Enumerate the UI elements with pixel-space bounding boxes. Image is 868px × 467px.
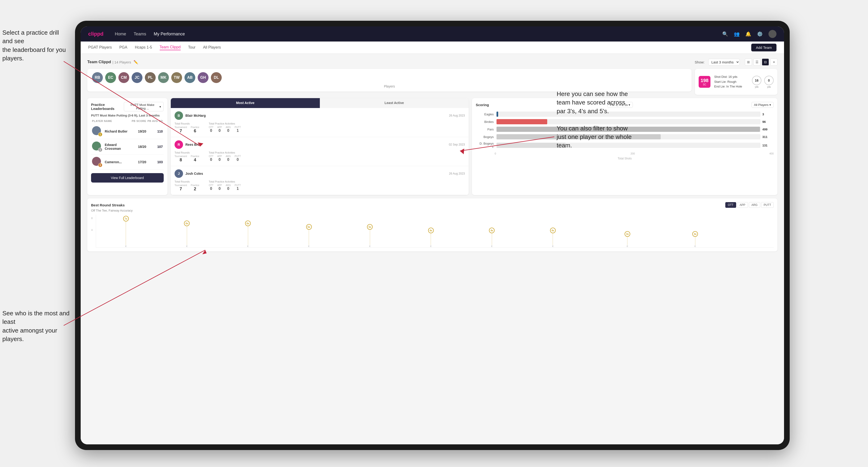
team-header: Team Clippd | 14 Players ✏️ Show: Last 3… <box>87 59 777 66</box>
settings-icon[interactable]: ⚙️ <box>757 31 763 37</box>
annotation-top-right: Here you can see how the team have score… <box>557 90 632 150</box>
people-icon[interactable]: 👥 <box>734 31 740 37</box>
player-avatar-5[interactable]: PL <box>145 72 156 83</box>
nav-teams[interactable]: Teams <box>134 32 146 36</box>
activity-stats-3: Total Rounds Tournament 7 Practice <box>175 180 465 191</box>
lb-player-row[interactable]: 1 Richard Butler 19/20 110 <box>91 124 164 139</box>
activity-tabs: Most Active Least Active <box>171 98 469 108</box>
player-avatar-3[interactable]: CM <box>118 72 129 83</box>
tablet-screen: clippd Home Teams My Performance 🔍 👥 🔔 ⚙… <box>81 26 784 444</box>
edit-icon[interactable]: ✏️ <box>133 60 138 64</box>
list-view-btn[interactable]: ☰ <box>753 59 761 66</box>
nav-home[interactable]: Home <box>115 32 126 36</box>
bar-value-bogeys: 311 <box>762 135 772 139</box>
nav-my-performance[interactable]: My Performance <box>154 32 185 36</box>
chevron-down-icon-players: ▾ <box>769 103 771 106</box>
lb-avg-2: 107 <box>146 145 163 149</box>
bar-label-dbogeys: D. Bogeys + <box>478 142 497 149</box>
bar-label-birdies: Birdies <box>478 120 497 124</box>
lb-rank-badge-3: 3 <box>98 163 102 167</box>
player-avatar-1[interactable]: RB <box>92 72 103 83</box>
shot-badge: 198 SC <box>699 76 710 88</box>
leaderboard-subtitle: PUTT Must Make Putting (3-6 ft), Last 3 … <box>91 114 164 117</box>
subnav-all-players[interactable]: All Players <box>203 45 221 50</box>
lb-avg-3: 103 <box>146 160 163 164</box>
leaderboard-card: Practice Leaderboards PUTT Must Make Put… <box>87 98 167 195</box>
player-avatars: RB EC CM JC PL MK TW AB GH DL <box>92 72 687 83</box>
subnav: PGAT Players PGA Hcaps 1-5 Team Clippd T… <box>81 41 784 54</box>
players-row-card: RB EC CM JC PL MK TW AB GH DL Players <box>87 69 691 92</box>
subnav-hcaps[interactable]: Hcaps 1-5 <box>135 45 152 50</box>
streaks-filter-arg[interactable]: ARG <box>749 202 760 208</box>
tab-least-active[interactable]: Least Active <box>320 98 469 108</box>
lb-player-row-2[interactable]: 2 Edward Crossman 18/20 107 <box>91 139 164 154</box>
lb-score-1: 19/20 <box>130 129 146 133</box>
detail-view-btn[interactable]: ≡ <box>770 59 777 66</box>
leaderboard-dropdown[interactable]: PUTT Must Make Putting ... ▾ <box>124 102 164 111</box>
lb-rank-avatar-1: 1 <box>92 126 102 136</box>
view-full-leaderboard-button[interactable]: View Full Leaderboard <box>91 173 164 183</box>
player-avatar-9[interactable]: GH <box>198 72 209 83</box>
card-view-btn[interactable]: ⊟ <box>762 59 769 66</box>
shot-circle-2: 0 <box>764 76 774 85</box>
lb-player-name-3: Cameron... <box>105 160 130 164</box>
bar-fill-eagles <box>497 112 498 117</box>
show-select[interactable]: Last 3 months <box>708 59 740 66</box>
bell-icon[interactable]: 🔔 <box>745 31 751 37</box>
streaks-filter-btns: OTT APP ARG PUTT <box>725 202 774 208</box>
player-avatar-10[interactable]: DL <box>211 72 222 83</box>
streak-dot-1: 7x E <box>123 216 129 247</box>
streak-dot-6: 4x E <box>428 228 434 247</box>
activity-name-2: Rees Britt <box>185 143 449 147</box>
activity-player-1-header: B Blair McHarg 26 Aug 2023 <box>175 111 465 120</box>
navbar: clippd Home Teams My Performance 🔍 👥 🔔 ⚙… <box>81 26 784 41</box>
subnav-tour[interactable]: Tour <box>188 45 195 50</box>
streaks-filter-app[interactable]: APP <box>737 202 748 208</box>
players-label: Players <box>92 85 687 88</box>
tab-most-active[interactable]: Most Active <box>171 98 320 108</box>
streaks-filter-putt[interactable]: PUTT <box>761 202 774 208</box>
bar-fill-dbogeys <box>497 143 566 148</box>
team-title: Team Clippd <box>87 60 111 64</box>
subnav-pga[interactable]: PGA <box>119 45 127 50</box>
bar-value-pars: 499 <box>762 128 772 131</box>
subnav-team-clippd[interactable]: Team Clippd <box>160 45 181 50</box>
scoring-filter-players[interactable]: All Players ▾ <box>751 102 774 108</box>
lb-rank-avatar-3: 3 <box>92 157 102 167</box>
streaks-title: Best Round Streaks <box>91 203 125 207</box>
bar-value-dbogeys: 131 <box>762 144 772 147</box>
activity-list: B Blair McHarg 26 Aug 2023 Total Rounds … <box>171 108 469 195</box>
lb-player-row-3[interactable]: 3 Cameron... 17/20 103 <box>91 154 164 170</box>
main-content: Team Clippd | 14 Players ✏️ Show: Last 3… <box>81 54 784 444</box>
player-avatar-7[interactable]: TW <box>171 72 182 83</box>
shot-circle-1: 16 <box>752 76 762 85</box>
chevron-down-icon: ▾ <box>159 105 161 108</box>
streak-dot-10: 3x E <box>692 231 698 247</box>
lb-rank-badge-1: 1 <box>98 132 102 136</box>
show-label: Show: <box>695 60 705 64</box>
team-count: | 14 Players <box>113 60 131 64</box>
annotation-bottom-left: See who is the most and least active amo… <box>2 309 71 343</box>
annotation-top-left: Select a practice drill and see the lead… <box>2 28 71 63</box>
player-avatar-8[interactable]: AB <box>184 72 195 83</box>
streaks-card: Best Round Streaks OTT APP ARG PUTT Off … <box>87 198 777 251</box>
streak-dot-3: 6x E <box>245 220 251 247</box>
player-avatar-2[interactable]: EC <box>105 72 116 83</box>
subnav-pgat[interactable]: PGAT Players <box>88 45 112 50</box>
add-team-button[interactable]: Add Team <box>751 44 776 52</box>
leaderboard-header: Practice Leaderboards PUTT Must Make Put… <box>91 102 164 111</box>
avatar[interactable] <box>769 30 776 38</box>
bar-value-birdies: 96 <box>762 120 772 124</box>
player-avatar-4[interactable]: JC <box>132 72 143 83</box>
streaks-filter-ott[interactable]: OTT <box>725 202 736 208</box>
bar-label-bogeys: Bogeys <box>478 135 497 139</box>
activity-date-2: 02 Sep 2023 <box>449 143 465 146</box>
lb-player-name-2: Edward Crossman <box>105 143 130 151</box>
activity-player-2-header: R Rees Britt 02 Sep 2023 <box>175 140 465 149</box>
grid-view-btn[interactable]: ⊞ <box>745 59 752 66</box>
shot-card: 198 SC Shot Dist: 16 yds Start Lie: Roug… <box>695 69 777 95</box>
player-avatar-6[interactable]: MK <box>158 72 169 83</box>
search-icon[interactable]: 🔍 <box>722 31 728 37</box>
shot-details: Shot Dist: 16 yds Start Lie: Rough End L… <box>714 74 742 89</box>
streaks-subtitle: Off The Tee, Fairway Accuracy <box>91 209 774 212</box>
